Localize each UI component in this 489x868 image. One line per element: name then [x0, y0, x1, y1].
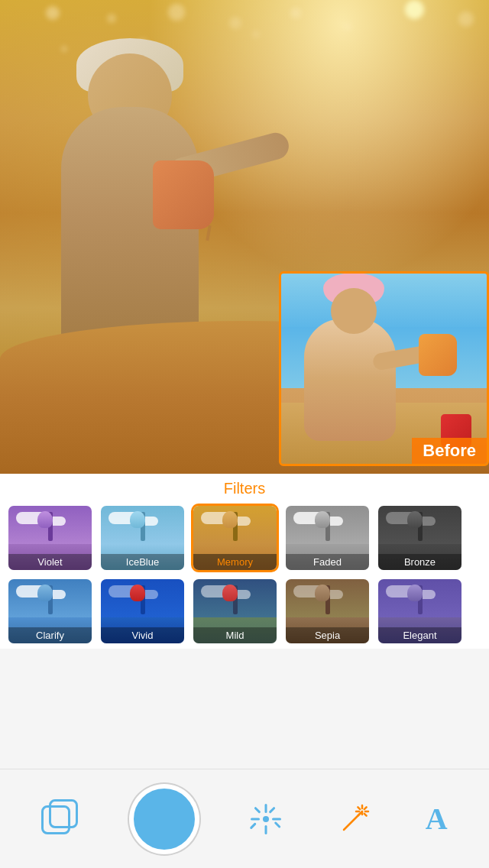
filter-clarify[interactable]: Clarify: [6, 577, 94, 646]
svg-rect-8: [274, 821, 280, 828]
text-icon: A: [426, 801, 448, 837]
filter-elegant-label: Elegant: [378, 627, 461, 643]
sparkle-icon: [248, 801, 284, 837]
filter-memory[interactable]: Memory: [191, 504, 279, 572]
before-label: Before: [412, 438, 487, 464]
svg-rect-5: [254, 806, 261, 813]
toolbar: A: [0, 769, 489, 868]
svg-line-16: [364, 807, 367, 809]
filters-section: Filters Violet IceBlue: [0, 474, 489, 649]
svg-rect-2: [264, 825, 267, 834]
svg-line-17: [358, 813, 361, 815]
filter-bronze-label: Bronze: [378, 554, 461, 570]
layers-button[interactable]: [41, 799, 81, 839]
wand-icon: [336, 801, 373, 837]
svg-rect-3: [251, 818, 260, 820]
main-photo: Before: [0, 0, 489, 474]
svg-rect-7: [249, 822, 256, 829]
svg-point-0: [263, 816, 269, 822]
filter-memory-label: Memory: [193, 554, 277, 570]
filter-vivid-label: Vivid: [101, 627, 184, 643]
filters-title: Filters: [0, 480, 489, 497]
filter-bronze[interactable]: Bronze: [376, 504, 464, 572]
filter-sepia[interactable]: Sepia: [283, 577, 371, 646]
filter-vivid[interactable]: Vivid: [99, 577, 186, 646]
svg-rect-4: [272, 818, 281, 820]
filter-faded[interactable]: Faded: [283, 504, 371, 572]
wand-button[interactable]: [336, 801, 373, 837]
text-button[interactable]: A: [426, 801, 448, 837]
filter-faded-label: Faded: [286, 554, 369, 570]
filter-clarify-label: Clarify: [8, 627, 92, 643]
filter-sepia-label: Sepia: [286, 627, 369, 643]
svg-rect-6: [268, 806, 275, 813]
sparkle-button[interactable]: [248, 801, 284, 837]
filter-iceblue-label: IceBlue: [101, 554, 184, 570]
filter-mild[interactable]: Mild: [191, 577, 279, 646]
filter-mild-label: Mild: [193, 627, 277, 643]
before-preview[interactable]: Before: [279, 271, 489, 466]
svg-rect-1: [264, 804, 267, 813]
filter-elegant[interactable]: Elegant: [376, 577, 464, 646]
svg-line-15: [364, 813, 367, 815]
svg-line-14: [358, 807, 361, 809]
capture-icon: [134, 789, 195, 850]
capture-button[interactable]: [134, 789, 195, 850]
filter-violet[interactable]: Violet: [6, 504, 94, 572]
filter-iceblue[interactable]: IceBlue: [99, 504, 186, 572]
layers-icon: [41, 799, 81, 839]
filter-violet-label: Violet: [8, 554, 92, 570]
filters-grid: Violet IceBlue Memor: [0, 504, 489, 646]
